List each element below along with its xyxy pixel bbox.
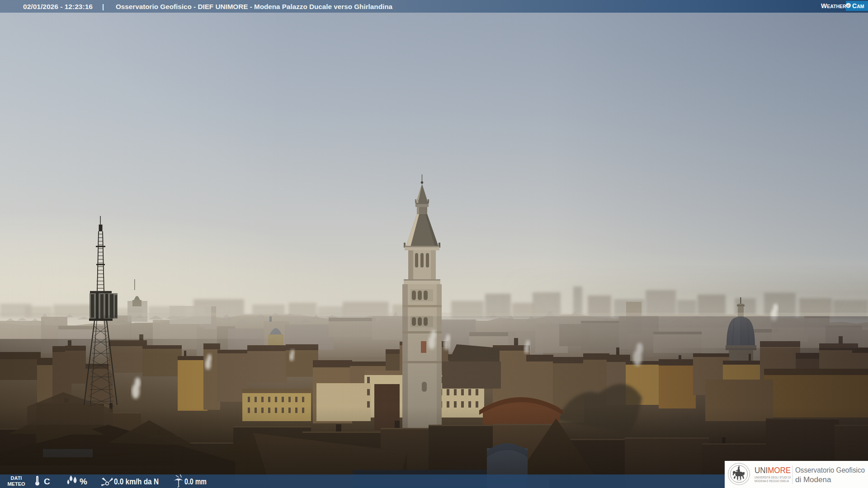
svg-text:UNIMORE: UNIMORE bbox=[755, 466, 791, 475]
svg-text:%: % bbox=[80, 477, 87, 486]
svg-text:1175: 1175 bbox=[737, 479, 741, 482]
svg-text:UNIVERSITÀ DEGLI STUDI DI: UNIVERSITÀ DEGLI STUDI DI bbox=[755, 475, 791, 479]
svg-text:0.0 km/h da N: 0.0 km/h da N bbox=[114, 477, 159, 486]
svg-text:Osservatorio Geofisico: Osservatorio Geofisico bbox=[795, 466, 865, 474]
svg-text:DATI: DATI bbox=[11, 475, 22, 481]
svg-text:di Modena: di Modena bbox=[795, 475, 831, 484]
svg-text:02/01/2026 - 12:23:16: 02/01/2026 - 12:23:16 bbox=[23, 3, 93, 10]
svg-text:0.0 mm: 0.0 mm bbox=[184, 477, 207, 486]
svg-text:Osservatorio Geofisico - DIEF: Osservatorio Geofisico - DIEF UNIMORE - … bbox=[116, 3, 393, 10]
svg-text:MODENA E REGGIO EMILIA: MODENA E REGGIO EMILIA bbox=[755, 479, 789, 483]
svg-text:METEO: METEO bbox=[7, 481, 25, 487]
svg-text:C: C bbox=[44, 477, 50, 486]
svg-text:CAM: CAM bbox=[852, 2, 864, 9]
svg-text:|: | bbox=[102, 3, 104, 10]
svg-text:WEATHER: WEATHER bbox=[821, 2, 846, 9]
